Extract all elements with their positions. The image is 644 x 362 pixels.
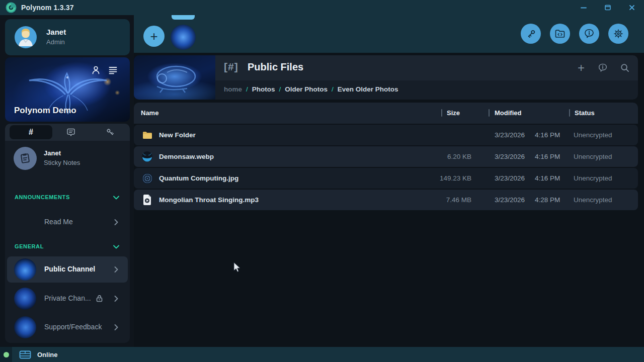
file-modified-time: 4:16 PM (535, 174, 560, 182)
page-title: Public Files (248, 61, 303, 73)
channel-header: [#] Public Files + home / Photos / Older… (134, 55, 638, 100)
column-size[interactable]: Size (447, 109, 460, 117)
section-announcements-label: ANNOUNCEMENTS (15, 194, 70, 200)
hash-icon: # (29, 128, 33, 137)
user-name: Janet (46, 28, 66, 36)
status-text: Online (37, 351, 57, 358)
menu-list-icon[interactable] (108, 65, 118, 75)
channel-item-public-channel[interactable]: Public Channel (7, 256, 128, 283)
channel-item-read-me[interactable]: Read Me (7, 209, 128, 235)
channel-hash-icon: [#] (224, 61, 238, 73)
file-name: Demonsaw.webp (159, 153, 214, 160)
chevron-down-icon[interactable] (112, 193, 121, 202)
table-row-quantum-computing[interactable]: Quantum Computing.jpg 149.23 KB 3/23/202… (134, 168, 638, 189)
column-modified[interactable]: Modified (495, 109, 521, 117)
status-bar: Online (0, 347, 644, 362)
app-title: Polynom 1.3.37 (21, 4, 74, 12)
channel-avatar (14, 258, 36, 281)
channel-label: Public Channel (44, 265, 95, 273)
breadcrumb-home[interactable]: home (224, 85, 242, 93)
channel-label: Read Me (44, 218, 73, 226)
user-card[interactable]: Janet Admin (5, 19, 130, 55)
add-server-button[interactable]: + (143, 26, 165, 47)
info-button[interactable] (579, 24, 599, 44)
channel-title-row: [#] Public Files + (215, 55, 638, 80)
channel-avatar (14, 316, 36, 338)
table-row-demonsaw[interactable]: Demonsaw.webp 6.20 KB 3/23/2026 4:16 PM … (134, 146, 638, 167)
breadcrumb-item[interactable]: Even Older Photos (338, 85, 398, 93)
chevron-down-icon[interactable] (112, 242, 121, 251)
file-status: Unencrypted (574, 153, 612, 160)
server-name: Polynom Demo (14, 106, 76, 116)
members-icon[interactable] (91, 65, 101, 75)
channel-label: Private Chan... (44, 294, 91, 302)
image-file-icon (141, 151, 153, 162)
channel-label: Support/Feedback (44, 323, 102, 331)
lock-icon (95, 294, 104, 303)
sticky-notes-item[interactable]: Janet Sticky Notes (5, 145, 130, 175)
minimize-button[interactable] (576, 2, 591, 13)
file-table: Name Size Modified Status New Folder 3/2… (134, 103, 638, 210)
tab-keys[interactable] (97, 125, 123, 139)
connection-indicator (0, 347, 12, 362)
breadcrumb-item[interactable]: Older Photos (285, 85, 328, 93)
file-name: New Folder (159, 131, 196, 139)
online-status-dot (4, 352, 9, 357)
tab-channels[interactable]: # (10, 125, 52, 139)
column-status[interactable]: Status (575, 109, 595, 117)
file-modified-date: 3/23/2026 (495, 131, 525, 139)
channel-avatar (14, 211, 36, 233)
folder-icon (141, 129, 153, 141)
audio-file-icon (141, 194, 153, 206)
user-avatar (15, 26, 37, 48)
section-announcements[interactable]: ANNOUNCEMENTS (5, 193, 130, 203)
chevron-right-icon (112, 265, 121, 274)
file-name: Mongolian Throat Singing.mp3 (159, 196, 259, 204)
file-browser-button[interactable] (550, 24, 570, 44)
keys-button[interactable] (521, 24, 541, 44)
sidebar-tabbar: # (5, 124, 130, 141)
chevron-right-icon (112, 323, 121, 332)
file-modified-date: 3/23/2026 (495, 153, 525, 160)
breadcrumb-item[interactable]: Photos (252, 85, 275, 93)
channel-item-support-feedback[interactable]: Support/Feedback (7, 314, 128, 340)
channel-info-button[interactable] (598, 63, 608, 73)
table-row-new-folder[interactable]: New Folder 3/23/2026 4:16 PM Unencrypted (134, 125, 638, 145)
server-banner[interactable]: Polynom Demo (5, 57, 130, 122)
section-general[interactable]: GENERAL (5, 242, 130, 252)
key-icon (526, 29, 536, 39)
search-icon[interactable] (620, 63, 630, 73)
app-logo-icon (6, 2, 17, 13)
sidebar: Janet Admin (0, 15, 134, 347)
tab-messages[interactable] (58, 125, 84, 139)
table-row-mongolian-throat-singing[interactable]: Mongolian Throat Singing.mp3 7.46 MB 3/2… (134, 190, 638, 210)
file-status: Unencrypted (574, 196, 612, 204)
chat-bubble-icon (66, 128, 75, 137)
file-modified-date: 3/23/2026 (495, 196, 525, 204)
add-file-button[interactable]: + (578, 61, 585, 75)
column-name[interactable]: Name (141, 109, 158, 117)
user-role: Admin (46, 38, 65, 46)
image-file-icon (141, 172, 153, 184)
section-general-label: GENERAL (15, 243, 44, 249)
close-button[interactable] (624, 2, 639, 13)
keyboard-icon[interactable] (19, 350, 31, 359)
channel-avatar (14, 288, 36, 310)
file-status: Unencrypted (574, 174, 612, 182)
chevron-right-icon (112, 218, 121, 227)
plus-icon: + (150, 30, 157, 43)
file-modified-time: 4:16 PM (535, 153, 560, 160)
file-size: 7.46 MB (416, 196, 471, 204)
table-header: Name Size Modified Status (134, 103, 638, 124)
folder-code-icon (554, 28, 566, 39)
file-name: Quantum Computing.jpg (159, 174, 238, 182)
maximize-button[interactable] (600, 2, 615, 13)
settings-button[interactable] (608, 24, 628, 44)
window-titlebar: Polynom 1.3.37 (0, 0, 644, 15)
file-status: Unencrypted (574, 131, 612, 139)
breadcrumb: home / Photos / Older Photos / Even Olde… (215, 80, 638, 100)
gear-icon (613, 28, 624, 39)
channel-item-private-channel[interactable]: Private Chan... (7, 286, 128, 312)
notes-icon (19, 152, 31, 164)
server-avatar[interactable] (171, 25, 196, 50)
